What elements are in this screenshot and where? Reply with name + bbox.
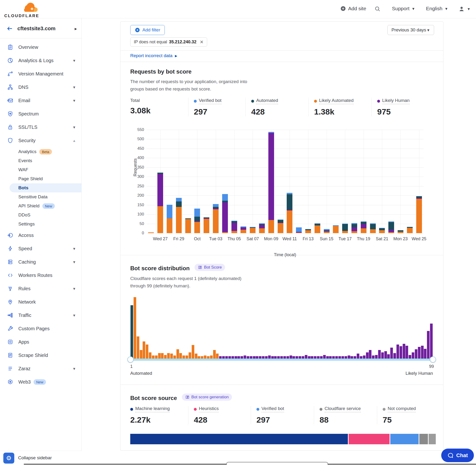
histogram-bar[interactable]	[338, 356, 341, 359]
chat-button[interactable]: Chat	[441, 449, 474, 462]
histogram-bar[interactable]	[280, 356, 283, 359]
chart-bar-segment[interactable]	[194, 222, 200, 233]
support-menu[interactable]: Support▼	[392, 6, 415, 11]
histogram-bar[interactable]	[412, 352, 414, 359]
histogram-bar[interactable]	[348, 356, 350, 359]
add-site-button[interactable]: Add site	[340, 6, 366, 11]
chart-bar-segment[interactable]	[232, 221, 237, 223]
histogram-bar[interactable]	[409, 355, 411, 359]
histogram-bar[interactable]	[302, 356, 304, 359]
histogram-bar[interactable]	[369, 350, 371, 359]
histogram-bar[interactable]	[308, 356, 310, 359]
stat-label-text[interactable]: Machine learning	[135, 406, 170, 412]
chart-bar-segment[interactable]	[176, 207, 182, 233]
histogram-bar[interactable]	[222, 356, 225, 359]
chart-bar-segment[interactable]	[379, 228, 385, 228]
histogram-bar[interactable]	[286, 356, 289, 359]
chart-bar-segment[interactable]	[241, 227, 246, 230]
chart-bar-segment[interactable]	[259, 228, 265, 233]
chart-bar-segment[interactable]	[204, 219, 209, 233]
histogram-bar[interactable]	[216, 354, 219, 359]
chart-bar-segment[interactable]	[185, 218, 191, 219]
sidebar-item-bots[interactable]: Bots	[10, 183, 82, 192]
chart-bar-segment[interactable]	[213, 208, 219, 209]
bot-score-badge[interactable]: Bot Score	[195, 264, 225, 271]
histogram-bar[interactable]	[405, 346, 408, 359]
histogram-bar[interactable]	[268, 356, 271, 359]
sidebar-item-security[interactable]: Security▲	[0, 134, 82, 147]
histogram-bar[interactable]	[173, 356, 176, 359]
chart-bar-segment[interactable]	[416, 199, 422, 233]
histogram-bar[interactable]	[256, 356, 258, 359]
histogram-bar[interactable]	[350, 356, 353, 359]
histogram-bar[interactable]	[182, 356, 185, 359]
stat-label-text[interactable]: Cloudflare service	[325, 406, 361, 412]
histogram-bar[interactable]	[290, 356, 292, 359]
source-bar-segment[interactable]	[390, 434, 419, 444]
chart-bar-segment[interactable]	[185, 219, 191, 233]
chart-bar-segment[interactable]	[351, 231, 357, 233]
chart-bar-segment[interactable]	[388, 232, 394, 233]
stat-label-text[interactable]: Not computed	[388, 406, 416, 412]
chart-bar-segment[interactable]	[167, 218, 172, 233]
chevron-right-icon[interactable]: ▸	[74, 26, 77, 32]
histogram-bar[interactable]	[314, 356, 317, 359]
histogram-bar[interactable]	[372, 356, 375, 359]
histogram-bar[interactable]	[320, 356, 323, 359]
chart-bar-segment[interactable]	[296, 227, 302, 232]
histogram-bar[interactable]	[427, 331, 430, 359]
chart-bar-segment[interactable]	[250, 227, 255, 228]
back-arrow-icon[interactable]	[6, 25, 13, 32]
histogram-bar[interactable]	[234, 356, 237, 359]
source-bar-segment[interactable]	[130, 434, 348, 444]
histogram-bar[interactable]	[299, 356, 301, 359]
chart-bar-segment[interactable]	[194, 209, 200, 217]
histogram-bar[interactable]	[305, 355, 307, 359]
chart-bar-segment[interactable]	[167, 205, 172, 219]
histogram-bar[interactable]	[213, 350, 216, 359]
chart-bar-segment[interactable]	[241, 226, 246, 227]
chart-bar-segment[interactable]	[398, 232, 403, 233]
chart-bar-segment[interactable]	[342, 223, 348, 224]
histogram-bar[interactable]	[149, 352, 151, 359]
histogram-bar[interactable]	[381, 352, 384, 359]
histogram-bar[interactable]	[292, 356, 295, 359]
histogram-bar[interactable]	[262, 356, 264, 359]
chart-bar-segment[interactable]	[296, 232, 302, 232]
chart-bar-segment[interactable]	[351, 224, 357, 227]
chart-bar-segment[interactable]	[370, 229, 376, 233]
chart-bar-segment[interactable]	[370, 224, 376, 229]
chart-bar-segment[interactable]	[250, 227, 255, 227]
chart-bar-segment[interactable]	[287, 210, 292, 211]
histogram-bar[interactable]	[283, 356, 286, 359]
histogram-bar[interactable]	[354, 356, 356, 359]
histogram-bar[interactable]	[271, 356, 274, 359]
stat-label-text[interactable]: Heuristics	[199, 406, 219, 412]
sidebar-item-api-shield[interactable]: API ShieldNew	[0, 201, 82, 211]
add-filter-button[interactable]: Add filter	[130, 25, 165, 35]
histogram-bar[interactable]	[192, 345, 194, 359]
source-bar-segment[interactable]	[419, 434, 428, 444]
sidebar-item-scrape-shield[interactable]: Scrape Shield	[0, 349, 82, 362]
chart-bar-segment[interactable]	[342, 224, 348, 231]
chart-bar-segment[interactable]	[388, 222, 394, 222]
score-slider-handle-min[interactable]	[127, 356, 134, 363]
sidebar-item-analytics[interactable]: AnalyticsBeta	[0, 147, 82, 156]
histogram-bar[interactable]	[161, 353, 164, 359]
chart-bar-segment[interactable]	[315, 225, 320, 233]
sidebar-item-custom-pages[interactable]: Custom Pages	[0, 322, 82, 335]
chart-bar-segment[interactable]	[388, 230, 394, 232]
histogram-bar[interactable]	[357, 354, 359, 359]
histogram-bar[interactable]	[232, 356, 234, 359]
sidebar-item-dns[interactable]: DNS▼	[0, 81, 82, 94]
histogram-bar[interactable]	[418, 347, 421, 359]
chart-bar-segment[interactable]	[388, 222, 394, 230]
chart-bar-segment[interactable]	[287, 211, 292, 233]
chart-bar-segment[interactable]	[157, 206, 163, 233]
histogram-bar[interactable]	[198, 356, 200, 359]
histogram-bar[interactable]	[186, 356, 188, 359]
sidebar-item-speed[interactable]: Speed▼	[0, 242, 82, 255]
chart-bar-segment[interactable]	[268, 132, 274, 133]
histogram-bar[interactable]	[170, 354, 173, 359]
chart-bar-segment[interactable]	[315, 223, 320, 224]
